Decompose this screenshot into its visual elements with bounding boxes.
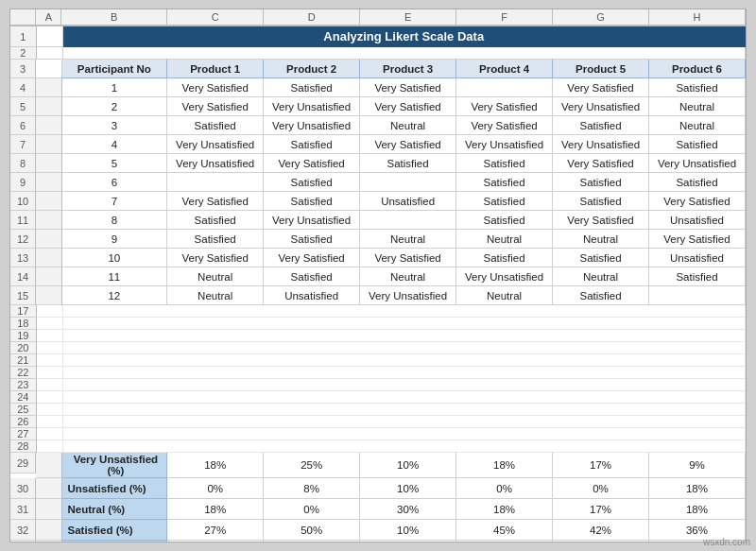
cell-row11-col2: Very Unsatisfied — [264, 211, 360, 230]
table-row-11: 1411NeutralSatisfiedNeutralVery Unsatisf… — [10, 267, 746, 286]
cell-row8-col1: Very Unsatisfied — [167, 154, 264, 173]
cell-row8-col5: Very Satisfied — [553, 154, 649, 173]
cell-summary-a30 — [36, 478, 61, 499]
cell-row10-col1: Very Satisfied — [167, 192, 264, 211]
cell-spacer-content-19 — [63, 330, 747, 342]
cell-row8-col3: Satisfied — [360, 154, 456, 173]
cell-row9-col0: 6 — [62, 173, 168, 192]
cell-row5-col2: Very Unsatisfied — [264, 97, 360, 116]
col-b-header: B — [61, 9, 167, 26]
summary-cell-3-1: 50% — [264, 520, 360, 541]
table-row-6: 96SatisfiedSatisfiedSatisfiedSatisfied — [10, 173, 746, 192]
cell-row10-col3: Unsatisfied — [360, 192, 456, 211]
cell-spacer-content-17 — [63, 305, 747, 318]
summary-rows: 29Very Unsatisfied (%)18%25%10%18%17%9%3… — [10, 453, 746, 542]
row-num-15: 15 — [10, 286, 36, 305]
spacer-row-17: 17 — [10, 305, 746, 318]
col-h-header: H — [649, 9, 746, 26]
summary-label-3: Satisfied (%) — [62, 520, 168, 541]
cell-spacer-content-26 — [63, 416, 747, 428]
cell-row15-col0: 12 — [62, 286, 168, 305]
cell-summary-a33 — [36, 541, 61, 542]
watermark: wsxdn.com — [703, 537, 750, 547]
header-product2: Product 2 — [264, 60, 360, 78]
summary-label-4: Very Satisfied (%) — [62, 541, 168, 542]
cell-row8-col6: Very Unsatisfied — [649, 154, 746, 173]
cell-row13-col2: Very Satisfied — [264, 249, 360, 267]
cell-row13-col0: 10 — [62, 249, 168, 267]
table-row-1: 41Very SatisfiedSatisfiedVery SatisfiedV… — [10, 78, 746, 97]
cell-row12-col0: 9 — [62, 230, 168, 249]
cell-row6-col4: Very Satisfied — [456, 116, 553, 135]
table-row-7: 107Very SatisfiedSatisfiedUnsatisfiedSat… — [10, 192, 746, 211]
cell-b2-empty — [63, 47, 747, 60]
row-num-spacer-20: 20 — [10, 342, 37, 354]
row-num-9: 9 — [10, 173, 36, 192]
summary-cell-0-5: 9% — [649, 453, 746, 478]
table-row-12: 1512NeutralUnsatisfiedVery UnsatisfiedNe… — [10, 286, 746, 305]
cell-row14-col2: Satisfied — [264, 267, 360, 286]
cell-row13-col3: Very Satisfied — [360, 249, 456, 267]
cell-row5-col1: Very Satisfied — [167, 97, 264, 116]
table-row-3: 63SatisfiedVery UnsatisfiedNeutralVery S… — [10, 116, 746, 135]
title-cell: Analyzing Likert Scale Data — [63, 26, 747, 47]
cell-row12-col2: Satisfied — [264, 230, 360, 249]
cell-row12-col4: Neutral — [456, 230, 553, 249]
cell-a13 — [36, 249, 61, 267]
row-num-summary-33: 33 — [10, 541, 36, 542]
cell-spacer-20 — [37, 342, 63, 354]
table-row-8: 118SatisfiedVery UnsatisfiedSatisfiedVer… — [10, 211, 746, 230]
summary-cell-3-4: 42% — [553, 520, 649, 541]
cell-row4-col5: Very Satisfied — [553, 78, 649, 97]
cell-spacer-content-24 — [63, 391, 747, 404]
row-num-spacer-26: 26 — [10, 416, 37, 428]
cell-row6-col3: Neutral — [360, 116, 456, 135]
cell-row10-col5: Satisfied — [553, 192, 649, 211]
cell-row10-col2: Satisfied — [264, 192, 360, 211]
cell-row14-col0: 11 — [62, 267, 168, 286]
cell-row6-col0: 3 — [62, 116, 168, 135]
cell-spacer-content-28 — [63, 440, 747, 453]
cell-row12-col1: Satisfied — [167, 230, 264, 249]
cell-row8-col4: Satisfied — [456, 154, 553, 173]
cell-row15-col5: Satisfied — [553, 286, 649, 305]
summary-cell-4-1: 17% — [264, 541, 360, 542]
cell-a14 — [36, 267, 61, 286]
cell-row13-col1: Very Satisfied — [167, 249, 264, 267]
cell-row8-col0: 5 — [62, 154, 168, 173]
cell-row7-col0: 4 — [62, 135, 168, 154]
summary-row-3: 32Satisfied (%)27%50%10%45%42%36% — [10, 520, 746, 541]
cell-row11-col5: Very Satisfied — [553, 211, 649, 230]
summary-cell-4-0: 36% — [167, 541, 264, 542]
cell-a6 — [36, 116, 61, 135]
summary-cell-0-2: 10% — [360, 453, 456, 478]
summary-cell-2-4: 17% — [553, 499, 649, 520]
header-product6: Product 6 — [649, 60, 746, 78]
row-num-spacer-22: 22 — [10, 367, 37, 379]
cell-row4-col3: Very Satisfied — [360, 78, 456, 97]
cell-row10-col4: Satisfied — [456, 192, 553, 211]
spacer-row-24: 24 — [10, 391, 746, 404]
row-num-6: 6 — [10, 116, 36, 135]
spacer-row-28: 28 — [10, 440, 746, 453]
cell-a5 — [36, 97, 61, 116]
spacer-row-26: 26 — [10, 416, 746, 428]
spacer-row-20: 20 — [10, 342, 746, 354]
cell-a3 — [36, 60, 61, 78]
cell-row9-col4: Satisfied — [456, 173, 553, 192]
spacer-row-25: 25 — [10, 404, 746, 416]
cell-spacer-25 — [37, 404, 63, 416]
summary-cell-0-1: 25% — [264, 453, 360, 478]
summary-row-1: 30Unsatisfied (%)0%8%10%0%0%18% — [10, 478, 746, 499]
summary-label-1: Unsatisfied (%) — [62, 478, 168, 499]
spacer-row-21: 21 — [10, 354, 746, 367]
row-num-summary-30: 30 — [10, 478, 36, 499]
summary-row-0: 29Very Unsatisfied (%)18%25%10%18%17%9% — [10, 453, 746, 478]
cell-a9 — [36, 173, 61, 192]
cell-row9-col5: Satisfied — [553, 173, 649, 192]
cell-summary-a31 — [36, 499, 61, 520]
cell-row7-col4: Very Unsatisfied — [456, 135, 553, 154]
header-product3: Product 3 — [360, 60, 456, 78]
col-c-header: C — [167, 9, 264, 26]
cell-spacer-content-22 — [63, 367, 747, 379]
